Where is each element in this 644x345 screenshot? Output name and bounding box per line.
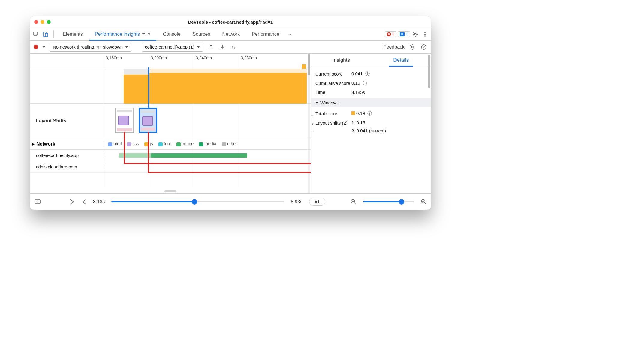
- annotation-line: [124, 132, 125, 164]
- host-label: coffee-cart.netlify.app: [30, 153, 104, 158]
- playback-end-time: 5.93s: [291, 199, 302, 205]
- tab-performance[interactable]: Performance: [246, 28, 285, 40]
- info-icon[interactable]: ⓘ: [367, 111, 372, 116]
- layout-shift-thumb-1[interactable]: [115, 108, 134, 133]
- rewind-button[interactable]: [81, 199, 86, 205]
- gear-icon: [409, 44, 415, 50]
- window-controls: [34, 20, 51, 24]
- playback-bar: 3.13s 5.93s x1: [30, 194, 431, 210]
- time-value: 3.185s: [351, 90, 365, 95]
- tab-network[interactable]: Network: [217, 28, 245, 40]
- messages-count: 1: [406, 32, 408, 36]
- zoom-window-button[interactable]: [47, 20, 51, 24]
- window-label: Window 1: [320, 100, 340, 105]
- error-icon: ✕: [387, 32, 391, 36]
- errors-count: 1: [392, 32, 394, 36]
- main-split: 3,160ms 3,200ms 3,240ms 3,280ms Layout S: [30, 54, 431, 194]
- zoom-slider[interactable]: [363, 201, 414, 202]
- preview-toggle-button[interactable]: [34, 199, 41, 205]
- tab-insights[interactable]: Insights: [311, 54, 371, 67]
- recording-label: coffee-cart.netlify.app (1): [145, 44, 194, 50]
- layout-shift-thumb-2[interactable]: [139, 108, 157, 133]
- responsive-icon: [43, 31, 49, 37]
- annotation-line: [148, 132, 149, 173]
- scrubber[interactable]: [111, 201, 284, 202]
- record-menu-dropdown[interactable]: [42, 46, 45, 48]
- host-label: cdnjs.cloudflare.com: [30, 164, 104, 169]
- cls-swatch-icon: [351, 111, 355, 115]
- minimize-window-button[interactable]: [41, 20, 44, 24]
- collapse-sidebar-button[interactable]: ›: [311, 115, 314, 132]
- time-tick: 3,200ms: [149, 54, 194, 67]
- monitor-icon: [34, 199, 41, 205]
- network-label[interactable]: ▶ Network: [30, 141, 104, 147]
- upload-icon: [208, 44, 214, 50]
- time-tick: 3,280ms: [239, 54, 284, 67]
- chevron-down-icon: [125, 46, 128, 48]
- time-label: Time: [315, 90, 351, 95]
- layout-shift-item[interactable]: 1. 0.15: [351, 120, 386, 125]
- total-score-label: Total score: [315, 111, 351, 116]
- svg-rect-2: [45, 33, 48, 37]
- kebab-menu-button[interactable]: [421, 30, 429, 38]
- close-window-button[interactable]: [34, 20, 38, 24]
- zoom-out-button[interactable]: [351, 199, 357, 205]
- layout-shift-item[interactable]: 2. 0.041 (current): [351, 128, 386, 133]
- current-score-label: Current score: [315, 71, 351, 76]
- details-pane: › Insights Details Current score 0.041 ⓘ…: [311, 54, 431, 194]
- cumulative-score-label: Cumulative score: [315, 81, 351, 86]
- svg-point-7: [411, 46, 413, 48]
- timeline-panel[interactable]: 3,160ms 3,200ms 3,240ms 3,280ms Layout S: [30, 54, 311, 194]
- device-toolbar-icon[interactable]: [41, 30, 50, 38]
- gear-icon: [412, 31, 418, 37]
- zoom-in-button[interactable]: [421, 199, 427, 205]
- layout-shifts-label: Layout Shifts: [30, 104, 104, 138]
- inspect-element-icon[interactable]: [32, 30, 40, 38]
- playback-speed-button[interactable]: x1: [309, 198, 325, 206]
- record-icon: [34, 45, 38, 49]
- panel-settings-button[interactable]: [409, 44, 416, 51]
- messages-badge[interactable]: ≡ 1: [398, 31, 410, 37]
- help-icon: ?: [421, 44, 427, 50]
- info-icon[interactable]: ⓘ: [365, 71, 370, 76]
- tab-details[interactable]: Details: [371, 54, 431, 67]
- window-section-header[interactable]: ▼ Window 1: [311, 98, 431, 107]
- timeline-ruler[interactable]: 3,160ms 3,200ms 3,240ms 3,280ms: [30, 54, 311, 68]
- annotation-line: [148, 172, 311, 173]
- play-button[interactable]: [69, 199, 74, 205]
- total-score-value: 0.19: [356, 111, 365, 116]
- close-tab-icon[interactable]: ✕: [147, 32, 151, 37]
- svg-text:?: ?: [423, 45, 425, 49]
- tab-console[interactable]: Console: [158, 28, 186, 40]
- tab-performance-insights[interactable]: Performance insights ⚗ ✕: [89, 28, 156, 40]
- settings-button[interactable]: [411, 30, 420, 38]
- feedback-link[interactable]: Feedback: [384, 44, 405, 50]
- errors-badge[interactable]: ✕ 1: [385, 31, 396, 37]
- panel-resize-handle[interactable]: [164, 190, 176, 192]
- tab-sources[interactable]: Sources: [187, 28, 216, 40]
- time-tick: 3,160ms: [104, 54, 149, 67]
- throttling-label: No network throttling, 4× slowdown: [53, 44, 123, 50]
- window-titlebar: DevTools - coffee-cart.netlify.app/?ad=1: [30, 16, 431, 28]
- info-icon[interactable]: ⓘ: [363, 80, 367, 86]
- svg-line-14: [354, 203, 356, 204]
- tab-elements[interactable]: Elements: [57, 28, 88, 40]
- time-tick: 3,240ms: [194, 54, 239, 67]
- recording-select[interactable]: coffee-cart.netlify.app (1): [142, 43, 203, 52]
- throttling-select[interactable]: No network throttling, 4× slowdown: [50, 43, 131, 52]
- devtools-tabsbar: Elements Performance insights ⚗ ✕ Consol…: [30, 28, 431, 40]
- insights-toolbar: No network throttling, 4× slowdown coffe…: [30, 40, 431, 54]
- inspect-cursor-icon: [33, 31, 39, 37]
- cls-track: [30, 68, 311, 104]
- network-legend-row: ▶ Network html css js font image media o…: [30, 138, 311, 150]
- delete-button[interactable]: [230, 44, 237, 51]
- more-tabs-button[interactable]: »: [286, 30, 294, 38]
- export-button[interactable]: [207, 44, 215, 51]
- import-button[interactable]: [219, 44, 226, 51]
- download-icon: [219, 44, 225, 50]
- svg-point-5: [424, 34, 426, 35]
- record-button[interactable]: [34, 45, 38, 49]
- network-host-row[interactable]: coffee-cart.netlify.app: [30, 150, 311, 161]
- svg-point-4: [424, 32, 426, 33]
- help-button[interactable]: ?: [420, 44, 427, 51]
